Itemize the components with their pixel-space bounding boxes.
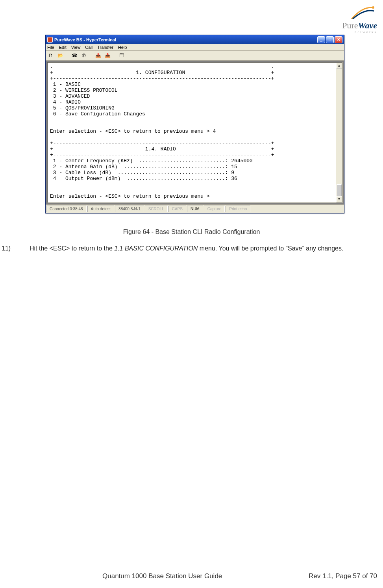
status-printecho: Print echo bbox=[226, 206, 250, 212]
scroll-track[interactable] bbox=[336, 69, 342, 196]
new-icon[interactable]: 🗋 bbox=[47, 52, 54, 59]
menu-edit[interactable]: Edit bbox=[59, 45, 67, 50]
terminal-output[interactable]: . . + 1. CONFIGURATION + +--------------… bbox=[48, 63, 336, 202]
status-caps: CAPS bbox=[168, 206, 186, 212]
status-connected: Connected 0:38:48 bbox=[46, 206, 87, 212]
menubar: File Edit View Call Transfer Help bbox=[46, 44, 344, 51]
send-icon[interactable]: 📤 bbox=[94, 52, 102, 59]
scroll-up-icon[interactable]: ▲ bbox=[336, 63, 342, 69]
vertical-scrollbar[interactable]: ▲ ▼ bbox=[336, 63, 342, 202]
step-text-pre: Hit the <ESC> to return to the bbox=[30, 245, 114, 252]
open-icon[interactable]: 📂 bbox=[57, 52, 64, 59]
toolbar: 🗋 📂 ☎ ✆ 📤 📥 🗔 bbox=[46, 51, 344, 61]
brand-logo: PureWave networks bbox=[342, 4, 377, 34]
minimize-button[interactable]: _ bbox=[317, 36, 325, 43]
status-num: NUM bbox=[187, 206, 203, 212]
step-11: 11) Hit the <ESC> to return to the 1.1 B… bbox=[0, 244, 378, 253]
svg-point-0 bbox=[372, 6, 374, 9]
page-footer: Quantum 1000 Base Station User Guide Rev… bbox=[0, 572, 383, 580]
statusbar: Connected 0:38:48 Auto detect 38400 8-N-… bbox=[46, 204, 344, 213]
logo-swoosh-icon bbox=[350, 4, 377, 20]
status-baud: 38400 8-N-1 bbox=[115, 206, 144, 212]
logo-text-wave: Wave bbox=[358, 20, 377, 30]
footer-pageinfo: Rev 1.1, Page 57 of 70 bbox=[309, 572, 377, 580]
terminal-panel: . . + 1. CONFIGURATION + +--------------… bbox=[47, 62, 343, 203]
menu-view[interactable]: View bbox=[71, 45, 81, 50]
step-text-italic: 1.1 BASIC CONFIGURATION bbox=[114, 245, 198, 252]
maximize-button[interactable]: □ bbox=[326, 36, 334, 43]
properties-icon[interactable]: 🗔 bbox=[118, 52, 125, 59]
logo-subtext: networks bbox=[342, 30, 377, 34]
step-number: 11) bbox=[0, 244, 30, 253]
step-text-post: menu. You will be prompted to “Save” any… bbox=[198, 245, 343, 252]
receive-icon[interactable]: 📥 bbox=[104, 52, 111, 59]
scroll-thumb[interactable] bbox=[337, 184, 342, 196]
status-capture: Capture bbox=[204, 206, 225, 212]
close-button[interactable]: ✕ bbox=[335, 36, 342, 43]
menu-help[interactable]: Help bbox=[118, 45, 127, 50]
logo-text-pure: Pure bbox=[342, 20, 358, 30]
disconnect-icon[interactable]: ✆ bbox=[80, 52, 87, 59]
menu-transfer[interactable]: Transfer bbox=[97, 45, 113, 50]
call-icon[interactable]: ☎ bbox=[71, 52, 78, 59]
app-icon bbox=[47, 37, 53, 43]
menu-call[interactable]: Call bbox=[85, 45, 93, 50]
window-title: PureWave BS - HyperTerminal bbox=[54, 37, 316, 42]
status-scroll: SCROLL bbox=[145, 206, 168, 212]
hyperterminal-window: PureWave BS - HyperTerminal _ □ ✕ File E… bbox=[45, 35, 344, 213]
step-text: Hit the <ESC> to return to the 1.1 BASIC… bbox=[30, 244, 378, 253]
scroll-down-icon[interactable]: ▼ bbox=[336, 196, 342, 202]
footer-title: Quantum 1000 Base Station User Guide bbox=[102, 572, 222, 580]
status-autodetect: Auto detect bbox=[87, 206, 115, 212]
figure-caption: Figure 64 - Base Station CLI Radio Confi… bbox=[0, 228, 383, 236]
content-area: . . + 1. CONFIGURATION + +--------------… bbox=[46, 61, 344, 204]
titlebar[interactable]: PureWave BS - HyperTerminal _ □ ✕ bbox=[46, 35, 344, 44]
menu-file[interactable]: File bbox=[47, 45, 54, 50]
